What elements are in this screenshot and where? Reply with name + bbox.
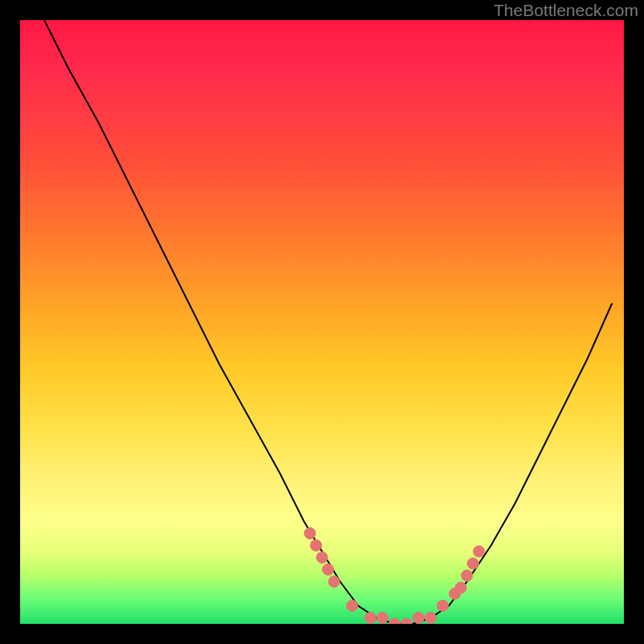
bottleneck-curve: [44, 20, 612, 624]
optimal-dot: [461, 570, 473, 581]
optimal-dot: [456, 582, 467, 593]
optimal-dots-group: [304, 528, 485, 625]
optimal-dot: [425, 613, 436, 624]
optimal-dot: [473, 546, 485, 557]
optimal-dot: [468, 558, 479, 569]
chart-frame: TheBottleneck.com: [0, 0, 644, 644]
optimal-dot: [311, 540, 322, 551]
optimal-dot: [437, 601, 448, 612]
optimal-dot: [316, 552, 328, 564]
optimal-dot: [328, 576, 340, 588]
attribution-text: TheBottleneck.com: [493, 1, 638, 20]
optimal-dot: [304, 528, 316, 539]
chart-svg: [20, 20, 624, 624]
optimal-dot: [347, 601, 358, 612]
optimal-dot: [413, 613, 424, 624]
optimal-dot: [323, 564, 334, 576]
optimal-dot: [377, 613, 388, 624]
optimal-dot: [401, 618, 412, 624]
plot-area: [20, 20, 624, 624]
optimal-dot: [365, 613, 376, 624]
optimal-dot: [389, 618, 400, 624]
